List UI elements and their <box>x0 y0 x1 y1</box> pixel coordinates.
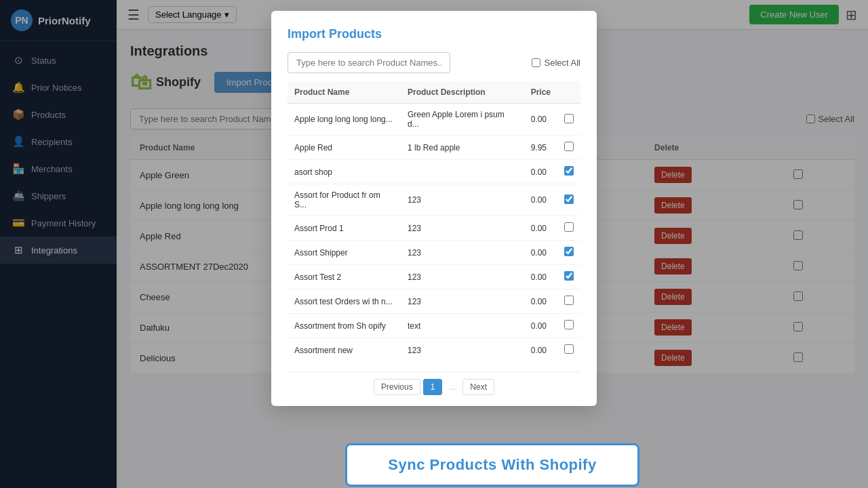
modal-product-name: Assort Test 2 <box>288 265 401 289</box>
modal-select-all[interactable]: Select All <box>532 58 580 68</box>
next-page-button[interactable]: Next <box>462 379 494 395</box>
modal-product-price: 0.00 <box>524 338 557 363</box>
modal-row-checkbox-cell <box>557 265 580 289</box>
modal-row-checkbox-cell <box>557 184 580 216</box>
modal-product-name: Assortment new <box>288 338 401 363</box>
modal-row-checkbox[interactable] <box>564 142 574 151</box>
modal-product-price: 0.00 <box>524 160 557 184</box>
modal-row-checkbox-cell <box>557 241 580 265</box>
modal-row-checkbox-cell <box>557 314 580 338</box>
modal-product-name: Apple Red <box>288 136 401 160</box>
modal-table-row: Assort for Product fr om S... 123 0.00 <box>288 184 580 216</box>
modal-product-desc: 123 <box>401 265 524 289</box>
modal-col-description: Product Description <box>401 81 524 104</box>
modal-row-checkbox-cell <box>557 216 580 241</box>
modal-product-desc: 123 <box>401 216 524 241</box>
modal-title: Import Products <box>288 27 580 41</box>
modal-product-name: Assortment from Sh opify <box>288 314 401 338</box>
modal-select-all-checkbox[interactable] <box>532 58 540 67</box>
modal-table-row: Assort Prod 1 123 0.00 <box>288 216 580 241</box>
modal-product-price: 0.00 <box>524 216 557 241</box>
import-products-modal: Import Products Select All Product Name … <box>271 11 597 406</box>
modal-table-row: asort shop 0.00 <box>288 160 580 184</box>
modal-table-row: Apple long long long long... Green Apple… <box>288 104 580 136</box>
modal-table-row: Assort test Orders wi th n... 123 0.00 <box>288 289 580 314</box>
modal-product-desc <box>401 160 524 184</box>
page-1-button[interactable]: 1 <box>423 379 443 395</box>
modal-pagination: Previous 1 ... Next <box>288 371 580 395</box>
modal-product-price: 9.95 <box>524 136 557 160</box>
modal-toolbar: Select All <box>288 52 580 73</box>
modal-table-row: Apple Red 1 lb Red apple 9.95 <box>288 136 580 160</box>
modal-product-desc: text <box>401 314 524 338</box>
modal-row-checkbox[interactable] <box>564 222 574 232</box>
sync-products-button[interactable]: Sync Products With Shopify <box>345 443 639 487</box>
modal-row-checkbox[interactable] <box>564 166 574 176</box>
modal-product-price: 0.00 <box>524 314 557 338</box>
modal-table-row: Assortment new 123 0.00 <box>288 338 580 363</box>
sync-btn-container: Sync Products With Shopify <box>117 442 868 488</box>
modal-row-checkbox[interactable] <box>564 195 574 204</box>
modal-row-checkbox[interactable] <box>564 320 574 329</box>
modal-table-row: Assort Test 2 123 0.00 <box>288 265 580 289</box>
modal-col-check <box>557 81 580 104</box>
pagination-dots: ... <box>445 380 460 394</box>
modal-product-name: asort shop <box>288 160 401 184</box>
modal-row-checkbox[interactable] <box>564 114 574 123</box>
modal-product-price: 0.00 <box>524 104 557 136</box>
modal-row-checkbox-cell <box>557 160 580 184</box>
modal-table-row: Assortment from Sh opify text 0.00 <box>288 314 580 338</box>
modal-product-name: Apple long long long long... <box>288 104 401 136</box>
modal-product-desc: 1 lb Red apple <box>401 136 524 160</box>
modal-row-checkbox[interactable] <box>564 271 574 281</box>
modal-table-row: Assort Shipper 123 0.00 <box>288 241 580 265</box>
modal-product-price: 0.00 <box>524 184 557 216</box>
modal-row-checkbox-cell <box>557 289 580 314</box>
modal-product-price: 0.00 <box>524 241 557 265</box>
modal-product-name: Assort Shipper <box>288 241 401 265</box>
modal-product-desc: 123 <box>401 338 524 363</box>
modal-row-checkbox-cell <box>557 104 580 136</box>
modal-col-price: Price <box>524 81 557 104</box>
modal-product-name: Assort for Product fr om S... <box>288 184 401 216</box>
modal-product-name: Assort test Orders wi th n... <box>288 289 401 314</box>
modal-product-desc: 123 <box>401 241 524 265</box>
modal-row-checkbox[interactable] <box>564 344 574 354</box>
modal-product-price: 0.00 <box>524 265 557 289</box>
modal-row-checkbox[interactable] <box>564 247 574 256</box>
modal-col-name: Product Name <box>288 81 401 104</box>
modal-product-desc: 123 <box>401 184 524 216</box>
modal-product-desc: Green Apple Lorem i psum d... <box>401 104 524 136</box>
modal-product-price: 0.00 <box>524 289 557 314</box>
modal-row-checkbox[interactable] <box>564 296 574 305</box>
modal-product-desc: 123 <box>401 289 524 314</box>
prev-page-button[interactable]: Previous <box>374 379 420 395</box>
modal-row-checkbox-cell <box>557 136 580 160</box>
modal-row-checkbox-cell <box>557 338 580 363</box>
modal-search-input[interactable] <box>288 52 450 73</box>
modal-products-table: Product Name Product Description Price A… <box>288 81 580 362</box>
modal-product-name: Assort Prod 1 <box>288 216 401 241</box>
